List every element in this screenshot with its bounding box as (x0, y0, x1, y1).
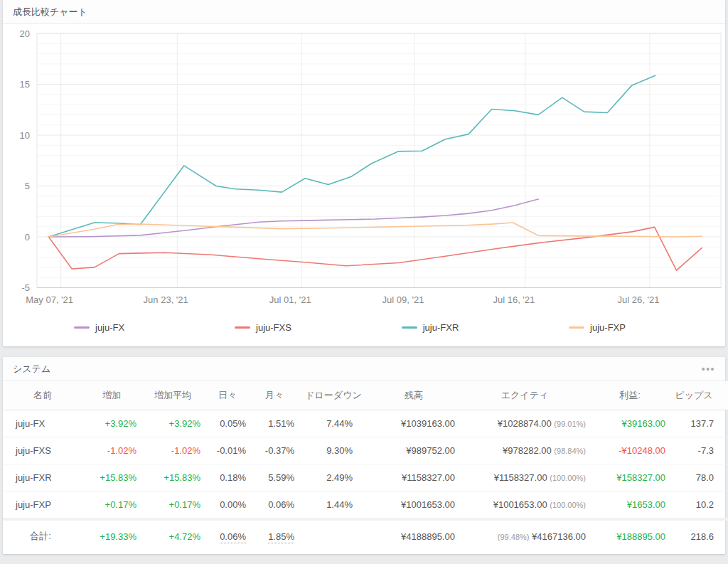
system-name-link[interactable]: juju-FX (3, 410, 82, 437)
pips-cell: 78.0 (670, 464, 718, 491)
x-tick-label: Jul 16, '21 (493, 294, 535, 305)
balance-cell: ¥1001653.00 (368, 491, 459, 520)
monthly-cell[interactable]: 1.85% (250, 519, 299, 552)
daily-cell: 0.05% (205, 410, 250, 437)
chart-panel-title: 成長比較チャート (13, 6, 87, 18)
daily-cell[interactable]: 0.06% (205, 519, 250, 552)
increase-cell: -1.02% (82, 437, 141, 464)
column-header[interactable]: 月々 (250, 381, 299, 410)
monthly-cell: 1.51% (250, 410, 299, 437)
y-tick-label: 5 (25, 181, 30, 191)
increase-cell: +0.17% (82, 491, 141, 520)
x-tick-label: Jun 23, '21 (144, 294, 188, 305)
system-row: juju-FX+3.92%+3.92%0.05%1.51%7.44%¥10391… (3, 410, 728, 437)
column-header[interactable]: デポジット (718, 381, 728, 410)
legend-line-swatch (74, 326, 90, 329)
column-header[interactable]: 名前 (3, 381, 82, 410)
dashboard-page: 成長比較チャート 20151050-5May 07, '21Jun 23, '2… (0, 0, 728, 554)
pips-cell: 10.2 (670, 491, 718, 520)
monthly-cell: -0.37% (250, 437, 299, 464)
legend-label: juju-FX (95, 322, 124, 333)
increase-avg-cell: +15.83% (141, 464, 205, 491)
growth-chart-panel: 成長比較チャート 20151050-5May 07, '21Jun 23, '2… (3, 0, 725, 346)
profit-cell: ¥1653.00 (590, 491, 670, 520)
daily-cell: -0.01% (205, 437, 250, 464)
monthly-cell: 0.06% (250, 491, 299, 520)
x-tick-label: May 07, '21 (26, 294, 73, 305)
deposit-cell: ¥4000000.00 (718, 519, 728, 552)
equity-cell: ¥1001653.00 (100.00%) (459, 491, 590, 520)
series-line-juju-FX[interactable] (48, 199, 538, 237)
x-tick-label: Jul 09, '21 (382, 294, 424, 305)
balance-cell: ¥1039163.00 (368, 410, 459, 437)
more-options-icon[interactable]: ••• (702, 364, 715, 374)
profit-cell: ¥39163.00 (590, 410, 670, 437)
legend-item-juju-FXR[interactable]: juju-FXR (402, 322, 459, 333)
increase-avg-cell: +0.17% (141, 491, 205, 520)
increase-avg-cell: +3.92% (141, 410, 205, 437)
equity-cell: ¥1028874.00 (99.01%) (459, 410, 590, 437)
systems-table: 名前増加増加平均日々月々ドローダウン残高エクイティ利益:ピップスデポジット ju… (3, 381, 728, 552)
deposit-cell: ¥1000000.00 (718, 464, 728, 491)
system-row: juju-FXP+0.17%+0.17%0.00%0.06%1.44%¥1001… (3, 491, 728, 520)
drawdown-cell: 2.49% (299, 464, 368, 491)
system-panel-title: システム (13, 363, 50, 376)
balance-cell: ¥1158327.00 (368, 464, 459, 491)
profit-cell: ¥158327.00 (590, 464, 670, 491)
legend-label: juju-FXP (590, 322, 626, 333)
column-header[interactable]: ピップス (670, 381, 718, 410)
legend-label: juju-FXR (423, 322, 459, 333)
increase-cell: +3.92% (82, 410, 141, 437)
y-tick-label: 15 (20, 79, 30, 90)
column-header[interactable]: ドローダウン (299, 381, 368, 410)
system-panel-header: システム ••• (3, 357, 725, 381)
column-header[interactable]: 利益: (590, 381, 670, 410)
pips-cell: 137.7 (670, 410, 718, 437)
column-header[interactable]: 増加 (82, 381, 141, 410)
chart-legend: juju-FXjuju-FXSjuju-FXRjuju-FXP (3, 314, 725, 342)
legend-line-swatch (402, 326, 417, 329)
y-tick-label: 20 (20, 28, 30, 39)
legend-line-swatch (569, 326, 584, 329)
column-header[interactable]: エクイティ (459, 381, 590, 410)
deposit-cell: ¥1000000.00 (718, 491, 728, 520)
total-row: 合計:+19.33%+4.72%0.06%1.85%¥4188895.00(99… (3, 519, 728, 552)
column-header[interactable]: 残高 (368, 381, 459, 410)
system-name-link[interactable]: juju-FXR (3, 464, 82, 491)
legend-item-juju-FX[interactable]: juju-FX (74, 322, 124, 333)
y-tick-label: 0 (25, 232, 30, 243)
daily-cell: 0.00% (205, 491, 250, 520)
column-header[interactable]: 日々 (205, 381, 250, 410)
balance-cell: ¥989752.00 (368, 437, 459, 464)
system-name-link[interactable]: juju-FXP (3, 491, 82, 520)
system-row: juju-FXS-1.02%-1.02%-0.01%-0.37%9.30%¥98… (3, 437, 728, 464)
x-tick-label: Jul 26, '21 (618, 294, 660, 305)
equity-cell: (99.48%) ¥4167136.00 (459, 519, 590, 552)
x-tick-label: Jul 01, '21 (269, 294, 311, 305)
drawdown-cell: 9.30% (299, 437, 368, 464)
series-line-juju-FXS[interactable] (48, 227, 702, 270)
drawdown-cell (299, 519, 368, 552)
system-name-link[interactable]: juju-FXS (3, 437, 82, 464)
profit-cell: ¥188895.00 (590, 519, 670, 552)
daily-cell: 0.18% (205, 464, 250, 491)
legend-item-juju-FXP[interactable]: juju-FXP (569, 322, 626, 333)
increase-cell: +15.83% (82, 464, 141, 491)
total-label: 合計: (3, 519, 82, 552)
balance-cell: ¥4188895.00 (368, 519, 459, 552)
system-row: juju-FXR+15.83%+15.83%0.18%5.59%2.49%¥11… (3, 464, 728, 491)
table-header-row: 名前増加増加平均日々月々ドローダウン残高エクイティ利益:ピップスデポジット (3, 381, 728, 410)
drawdown-cell: 1.44% (299, 491, 368, 520)
increase-avg-cell: +4.72% (141, 519, 205, 552)
legend-label: juju-FXS (256, 322, 291, 333)
series-line-juju-FXR[interactable] (48, 75, 655, 237)
monthly-cell: 5.59% (250, 464, 299, 491)
y-tick-label: 10 (20, 130, 30, 141)
equity-cell: ¥1158327.00 (100.00%) (459, 464, 590, 491)
system-panel: システム ••• 名前増加増加平均日々月々ドローダウン残高エクイティ利益:ピップ… (3, 357, 725, 554)
legend-item-juju-FXS[interactable]: juju-FXS (235, 322, 291, 333)
drawdown-cell: 7.44% (299, 410, 368, 437)
chart-plot-area[interactable]: 20151050-5May 07, '21Jun 23, '21Jul 01, … (3, 26, 725, 314)
column-header[interactable]: 増加平均 (141, 381, 205, 410)
growth-comparison-chart[interactable]: 20151050-5May 07, '21Jun 23, '21Jul 01, … (3, 26, 725, 314)
